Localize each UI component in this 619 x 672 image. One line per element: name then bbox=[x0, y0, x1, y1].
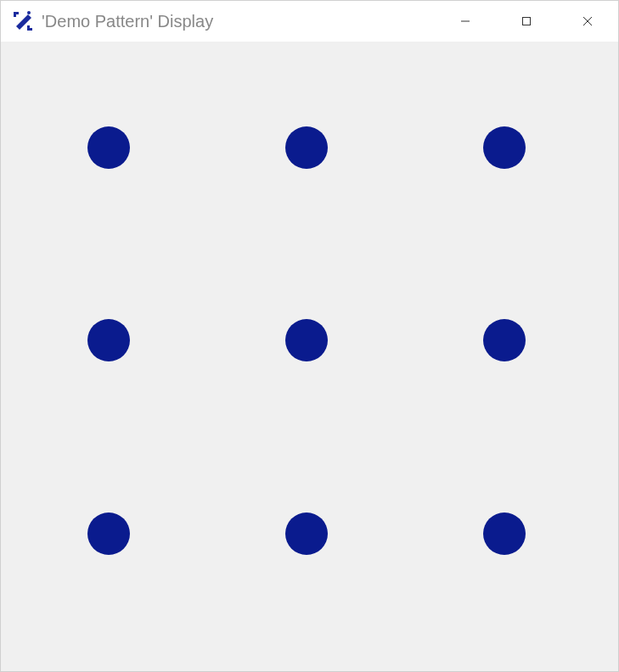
close-button[interactable] bbox=[557, 1, 618, 42]
titlebar: 'Demo Pattern' Display bbox=[1, 1, 618, 42]
pattern-display-area bbox=[1, 42, 618, 671]
svg-rect-6 bbox=[523, 18, 531, 25]
pattern-dot bbox=[285, 126, 328, 169]
pattern-dot bbox=[483, 126, 526, 169]
pattern-dot bbox=[87, 319, 130, 361]
svg-point-4 bbox=[27, 11, 31, 14]
pattern-dot bbox=[87, 512, 130, 555]
svg-rect-3 bbox=[27, 28, 32, 31]
pattern-dot bbox=[87, 126, 130, 169]
svg-rect-1 bbox=[14, 12, 16, 17]
minimize-button[interactable] bbox=[435, 1, 496, 42]
app-icon bbox=[11, 9, 35, 33]
window-title: 'Demo Pattern' Display bbox=[42, 12, 213, 31]
pattern-dot bbox=[483, 319, 526, 361]
pattern-dot bbox=[285, 512, 328, 555]
pattern-dot bbox=[483, 512, 526, 555]
pattern-dot bbox=[285, 319, 328, 361]
window-controls bbox=[435, 1, 618, 42]
app-window: 'Demo Pattern' Display bbox=[0, 0, 619, 672]
maximize-button[interactable] bbox=[496, 1, 557, 42]
